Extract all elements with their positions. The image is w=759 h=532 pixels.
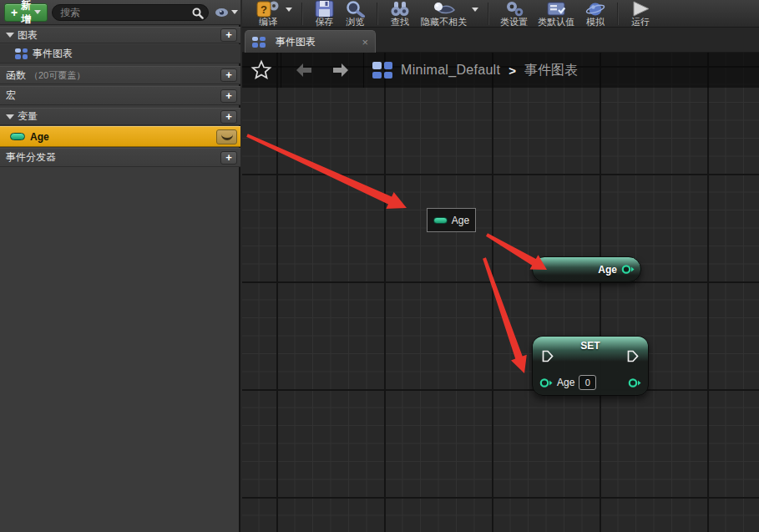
compile-icon: ? — [256, 1, 281, 17]
sidebar-item-eventgraph[interactable]: 事件图表 — [0, 44, 240, 63]
chevron-down-icon — [231, 10, 238, 14]
save-label: 保存 — [316, 17, 334, 27]
eventgraph-item-label: 事件图表 — [33, 47, 73, 61]
browse-label: 浏览 — [347, 17, 365, 27]
class-settings-icon — [503, 1, 524, 17]
tab-label: 事件图表 — [276, 35, 316, 49]
hide-unrelated-label: 隐藏不相关 — [421, 17, 467, 27]
eye-closed-icon — [221, 134, 233, 140]
eye-icon — [215, 8, 229, 18]
add-graph-button[interactable]: + — [220, 28, 237, 42]
class-settings-label: 类设置 — [500, 17, 528, 27]
set-node-data-row: Age 0 — [533, 373, 648, 392]
sidebar-section-macros[interactable]: 宏 + — [0, 86, 240, 105]
macros-section-label: 宏 — [6, 89, 16, 103]
play-icon — [630, 1, 651, 17]
save-button[interactable]: 保存 — [309, 0, 340, 27]
add-dispatcher-button[interactable]: + — [220, 151, 237, 165]
hide-unrelated-button[interactable]: 隐藏不相关 — [416, 0, 472, 27]
back-arrow-icon[interactable] — [293, 60, 315, 80]
get-node-label: Age — [598, 264, 617, 276]
find-label: 查找 — [391, 17, 409, 27]
find-icon — [389, 1, 411, 17]
node-set-age[interactable]: SET Age 0 — [532, 336, 649, 396]
play-label: 运行 — [631, 17, 650, 27]
output-data-pin-icon[interactable] — [621, 264, 635, 275]
sidebar-section-dispatchers[interactable]: 事件分发器 + — [0, 148, 240, 167]
blueprint-graph-icon — [372, 62, 392, 79]
set-node-pin-label: Age — [557, 377, 574, 388]
exec-input-pin-icon[interactable] — [542, 350, 554, 362]
play-button[interactable]: 运行 — [625, 0, 656, 27]
my-blueprint-panel: + 新增 图表 + 事件图表 函数 （20可覆盖 — [0, 0, 240, 532]
class-defaults-button[interactable]: 类默认值 — [533, 0, 579, 27]
sidebar-section-graphs[interactable]: 图表 + — [0, 27, 240, 43]
node-get-age[interactable]: Age — [532, 256, 641, 282]
add-new-button[interactable]: + 新增 — [4, 3, 48, 22]
simulate-button[interactable]: 模拟 — [579, 0, 611, 27]
output-data-pin-icon[interactable] — [628, 377, 641, 388]
toolbar-separator — [377, 3, 378, 25]
class-defaults-icon — [546, 1, 567, 17]
breadcrumb-separator — [363, 53, 364, 88]
blueprint-graph-icon — [252, 37, 266, 48]
save-icon — [314, 1, 335, 17]
class-settings-button[interactable]: 类设置 — [495, 0, 533, 27]
search-icon — [192, 8, 204, 19]
hide-unrelated-icon — [431, 1, 458, 17]
blueprint-graph-icon — [15, 48, 28, 59]
blueprint-toolbar: ? 编译 保存 浏览 — [242, 0, 759, 28]
graphs-section-label: 图表 — [18, 28, 38, 43]
view-options-button[interactable] — [213, 8, 240, 18]
toolbar-separator — [617, 3, 619, 25]
expand-arrow-icon[interactable] — [6, 114, 14, 119]
close-icon[interactable]: × — [362, 37, 368, 48]
variables-section-label: 变量 — [18, 109, 38, 124]
chevron-down-icon — [34, 10, 41, 14]
sidebar-section-variables[interactable]: 变量 + — [0, 108, 240, 125]
set-node-value-input[interactable]: 0 — [579, 375, 596, 390]
add-function-button[interactable]: + — [220, 68, 237, 82]
forward-arrow-icon[interactable] — [330, 60, 352, 80]
sidebar-section-functions[interactable]: 函数 （20可覆盖） + — [0, 66, 240, 84]
breadcrumb-chevron-icon: > — [509, 63, 516, 78]
tab-eventgraph[interactable]: 事件图表 × — [245, 30, 376, 53]
simulate-icon — [584, 1, 606, 17]
variable-type-pill-icon — [433, 217, 448, 224]
compile-options-chevron-icon[interactable] — [286, 8, 292, 12]
graph-breadcrumb-bar: Minimal_Default > 事件图表 — [242, 53, 759, 88]
breadcrumb-root[interactable]: Minimal_Default — [401, 63, 500, 78]
document-tab-bar: 事件图表 × — [242, 28, 759, 53]
simulate-label: 模拟 — [586, 17, 605, 27]
hide-unrelated-chevron-icon[interactable] — [472, 8, 478, 12]
drag-preview-variable-age[interactable]: Age — [427, 208, 476, 232]
browse-button[interactable]: 浏览 — [340, 0, 371, 27]
compile-label: 编译 — [259, 17, 277, 27]
breadcrumb-separator — [281, 53, 281, 88]
variable-type-pill-icon — [10, 133, 25, 140]
breadcrumb-current: 事件图表 — [524, 62, 578, 79]
sidebar-item-variable-age[interactable]: Age — [0, 126, 240, 147]
variable-visibility-toggle[interactable] — [216, 129, 237, 144]
toolbar-separator — [301, 3, 303, 25]
my-blueprint-toolbar: + 新增 — [0, 0, 240, 25]
expand-arrow-icon[interactable] — [6, 33, 14, 38]
search-box[interactable] — [52, 4, 209, 21]
find-button[interactable]: 查找 — [384, 0, 416, 27]
functions-overridable-hint: （20可覆盖） — [29, 69, 85, 82]
plus-icon: + — [11, 7, 18, 18]
exec-output-pin-icon[interactable] — [627, 350, 639, 362]
drag-preview-label: Age — [452, 215, 469, 226]
variable-age-label: Age — [30, 131, 49, 143]
bookmark-star-icon[interactable] — [250, 59, 272, 81]
graph-canvas[interactable]: Minimal_Default > 事件图表 Age Age SET Age — [242, 53, 759, 532]
toolbar-separator — [488, 3, 489, 25]
search-input[interactable] — [53, 7, 208, 18]
functions-section-label: 函数 — [6, 68, 26, 83]
compile-button[interactable]: ? 编译 — [250, 0, 286, 27]
input-data-pin-icon[interactable] — [539, 377, 553, 388]
add-new-label: 新增 — [21, 0, 31, 27]
add-macro-button[interactable]: + — [220, 89, 237, 103]
add-variable-button[interactable]: + — [220, 110, 237, 124]
browse-icon — [345, 1, 366, 17]
